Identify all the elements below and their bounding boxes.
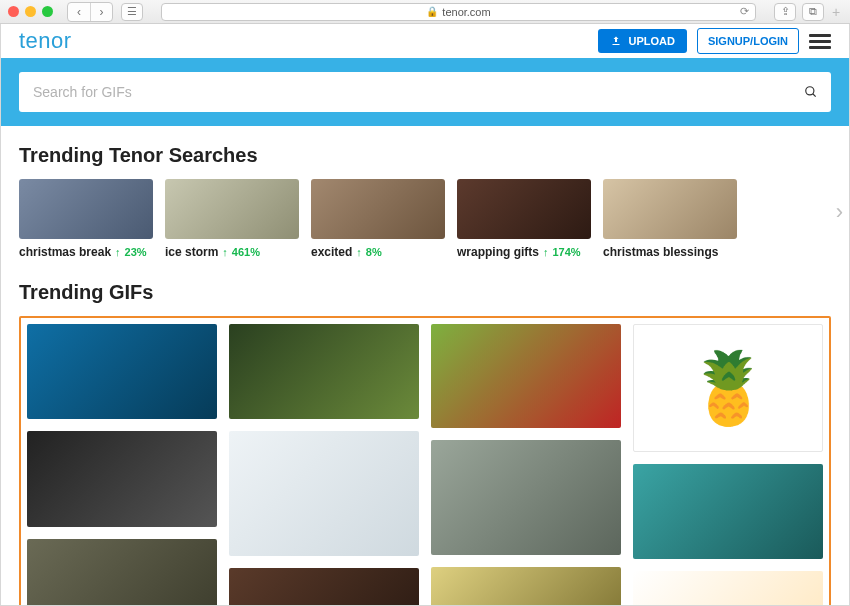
browser-toolbar: ‹ › ☰ 🔒 tenor.com ⟳ ⇪ ⧉ + <box>0 0 850 24</box>
search-card-wrapping-gifts[interactable]: wrapping gifts ↑ 174% <box>457 179 591 259</box>
forward-button[interactable]: › <box>90 3 112 21</box>
search-card-christmas-blessings[interactable]: christmas blessings <box>603 179 737 259</box>
trend-percent: 23% <box>125 246 147 258</box>
svg-point-0 <box>806 87 814 95</box>
gif-danny-devito-wig[interactable] <box>633 571 823 606</box>
back-button[interactable]: ‹ <box>68 3 90 21</box>
gif-cat-cucumber[interactable] <box>431 567 621 606</box>
share-icon[interactable]: ⇪ <box>774 3 796 21</box>
gif-santa-wreath[interactable] <box>229 324 419 419</box>
lock-icon: 🔒 <box>426 6 438 17</box>
gif-dancing-pineapple[interactable]: 🍍 <box>633 324 823 452</box>
trend-percent: 8% <box>366 246 382 258</box>
window-minimize[interactable] <box>25 6 36 17</box>
trend-percent: 461% <box>232 246 260 258</box>
search-thumb <box>311 179 445 239</box>
search-thumb <box>603 179 737 239</box>
search-icon <box>804 85 818 99</box>
address-bar[interactable]: 🔒 tenor.com ⟳ <box>161 3 756 21</box>
search-label: wrapping gifts <box>457 245 539 259</box>
search-thumb <box>165 179 299 239</box>
gif-grinch-santa-hat[interactable] <box>431 324 621 428</box>
gif-panda-pool-hall[interactable] <box>27 539 217 606</box>
search-label: ice storm <box>165 245 218 259</box>
gif-laughing-talkshow[interactable] <box>27 324 217 419</box>
gif-harry-styles-bw[interactable] <box>27 431 217 527</box>
sidebar-toggle-icon[interactable]: ☰ <box>121 3 143 21</box>
gif-lightsaber-white[interactable] <box>229 431 419 556</box>
tabs-icon[interactable]: ⧉ <box>802 3 824 21</box>
window-traffic-lights <box>8 6 53 17</box>
trending-searches-row: christmas break ↑ 23% ice storm ↑ 461% e… <box>19 179 831 259</box>
trend-up-icon: ↑ <box>222 246 228 258</box>
search-button[interactable] <box>791 72 831 112</box>
search-thumb <box>457 179 591 239</box>
svg-line-1 <box>813 94 816 97</box>
reload-icon[interactable]: ⟳ <box>740 5 749 18</box>
nav-back-forward: ‹ › <box>67 2 113 22</box>
search-input[interactable] <box>19 72 831 112</box>
trend-up-icon: ↑ <box>543 246 549 258</box>
logo[interactable]: tenor <box>19 28 72 54</box>
gif-man-closeup-dark[interactable] <box>229 568 419 606</box>
trend-up-icon: ↑ <box>356 246 362 258</box>
scroll-right-icon[interactable]: › <box>836 199 843 225</box>
upload-label: UPLOAD <box>628 35 674 47</box>
gif-surprised-man-glasses[interactable] <box>633 464 823 559</box>
window-zoom[interactable] <box>42 6 53 17</box>
gif-two-cats[interactable] <box>431 440 621 555</box>
trend-up-icon: ↑ <box>115 246 121 258</box>
upload-button[interactable]: UPLOAD <box>598 29 686 53</box>
search-label: christmas blessings <box>603 245 718 259</box>
signup-login-button[interactable]: SIGNUP/LOGIN <box>697 28 799 54</box>
search-card-excited[interactable]: excited ↑ 8% <box>311 179 445 259</box>
search-card-christmas-break[interactable]: christmas break ↑ 23% <box>19 179 153 259</box>
new-tab-icon[interactable]: + <box>830 4 842 20</box>
page-viewport: tenor UPLOAD SIGNUP/LOGIN Trending Tenor… <box>0 24 850 606</box>
url-host: tenor.com <box>442 6 490 18</box>
hamburger-icon[interactable] <box>809 34 831 49</box>
trending-gifs-title: Trending GIFs <box>19 281 831 304</box>
window-close[interactable] <box>8 6 19 17</box>
site-header: tenor UPLOAD SIGNUP/LOGIN <box>1 24 849 58</box>
search-band <box>1 58 849 126</box>
trend-percent: 174% <box>553 246 581 258</box>
search-card-ice-storm[interactable]: ice storm ↑ 461% <box>165 179 299 259</box>
upload-icon <box>610 35 622 47</box>
trending-searches-title: Trending Tenor Searches <box>19 144 831 167</box>
search-label: excited <box>311 245 352 259</box>
search-thumb <box>19 179 153 239</box>
search-label: christmas break <box>19 245 111 259</box>
trending-gifs-grid: 🍍 <box>19 316 831 606</box>
